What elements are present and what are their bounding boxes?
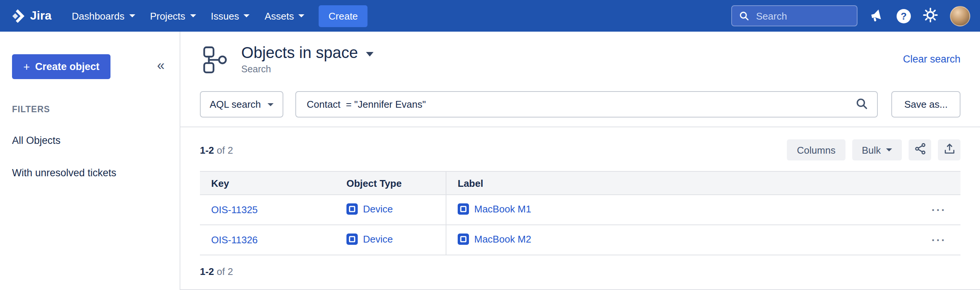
save-as-button[interactable]: Save as... <box>891 91 961 117</box>
object-label-text: MacBook M2 <box>474 233 531 244</box>
row-actions-icon[interactable]: ··· <box>929 203 949 217</box>
object-type-link[interactable]: Device <box>347 203 393 214</box>
object-type-link[interactable]: Device <box>347 233 393 244</box>
nav-item-label: Issues <box>211 10 239 21</box>
gear-icon <box>922 6 939 25</box>
column-header-key[interactable]: Key <box>200 171 335 195</box>
nav-item-label: Assets <box>264 10 294 21</box>
footer-result-count: 1-2 of 2 <box>200 266 961 277</box>
share-button[interactable] <box>908 139 931 160</box>
search-row: AQL search Save as... <box>180 91 980 117</box>
search-icon <box>739 11 749 21</box>
clear-search-link[interactable]: Clear search <box>903 53 961 65</box>
row-actions-icon[interactable]: ··· <box>929 233 949 247</box>
search-mode-dropdown[interactable]: AQL search <box>200 91 283 117</box>
nav-item-projects[interactable]: Projects <box>143 6 202 26</box>
share-icon <box>913 143 926 157</box>
create-object-label: Create object <box>35 61 100 72</box>
object-label-text: MacBook M1 <box>474 203 531 214</box>
bulk-button[interactable]: Bulk <box>852 139 902 160</box>
primary-nav: Dashboards Projects Issues Assets <box>65 6 311 26</box>
global-search[interactable] <box>731 5 858 26</box>
user-avatar[interactable] <box>950 6 970 26</box>
global-search-input[interactable] <box>754 10 850 22</box>
search-icon <box>855 97 868 112</box>
announcements-button[interactable] <box>869 6 885 25</box>
results-table: Key Object Type Label OIS-11325 <box>200 171 961 255</box>
chevron-down-icon <box>129 14 135 17</box>
object-label-link[interactable]: MacBook M2 <box>458 233 531 244</box>
column-header-label[interactable]: Label <box>446 171 896 195</box>
filter-all-objects[interactable]: All Objects <box>12 135 165 146</box>
nav-item-dashboards[interactable]: Dashboards <box>65 6 142 26</box>
filters-heading: FILTERS <box>12 105 165 114</box>
page-header: Objects in space Search Clear search <box>180 32 980 75</box>
megaphone-icon <box>869 6 885 25</box>
toolbar-actions: Columns Bulk <box>787 139 961 160</box>
schema-switcher-chevron-icon[interactable] <box>366 52 374 56</box>
page-subtitle: Search <box>241 64 374 75</box>
aql-query-input[interactable] <box>305 98 852 111</box>
jira-assets-app: Jira Dashboards Projects Issues <box>0 0 980 290</box>
export-button[interactable] <box>938 139 961 160</box>
bulk-label: Bulk <box>862 144 881 155</box>
object-icon <box>458 203 469 214</box>
export-icon <box>943 143 956 157</box>
sidebar: + Create object « FILTERS All Objects Wi… <box>0 32 180 290</box>
nav-item-assets[interactable]: Assets <box>258 6 311 26</box>
table-header-row: Key Object Type Label <box>200 171 961 195</box>
run-search-button[interactable] <box>852 95 871 113</box>
results-toolbar: 1-2 of 2 Columns Bulk <box>200 139 961 160</box>
object-key-link[interactable]: OIS-11326 <box>211 234 258 245</box>
main-content: Objects in space Search Clear search AQL… <box>180 32 980 290</box>
sidebar-top: + Create object « <box>12 54 165 79</box>
columns-button[interactable]: Columns <box>787 139 845 160</box>
aql-query-box <box>295 91 878 117</box>
filter-with-unresolved-tickets[interactable]: With unresolved tickets <box>12 167 165 178</box>
object-type-label: Device <box>363 233 393 244</box>
table-row: OIS-11326 Device <box>200 225 961 255</box>
results-section: 1-2 of 2 Columns Bulk <box>180 127 980 290</box>
object-icon <box>458 233 469 244</box>
object-type-label: Device <box>363 203 393 214</box>
create-button[interactable]: Create <box>319 5 368 27</box>
page-title: Objects in space <box>241 44 358 62</box>
nav-item-label: Projects <box>150 10 185 21</box>
chevron-down-icon <box>243 14 250 17</box>
object-label-link[interactable]: MacBook M1 <box>458 203 531 214</box>
top-navbar: Jira Dashboards Projects Issues <box>0 0 980 32</box>
help-icon: ? <box>897 9 911 23</box>
chevron-down-icon <box>886 148 892 151</box>
page-header-left: Objects in space Search <box>200 44 374 75</box>
column-header-actions <box>896 171 961 195</box>
navbar-right: ? <box>731 5 970 26</box>
object-type-icon <box>347 203 358 214</box>
create-object-button[interactable]: + Create object <box>12 54 111 79</box>
chevron-down-icon <box>267 103 274 106</box>
navbar-left: Jira Dashboards Projects Issues <box>10 5 368 27</box>
chevron-down-icon <box>190 14 196 17</box>
search-mode-label: AQL search <box>210 99 261 110</box>
object-schema-icon <box>200 44 230 74</box>
title-block: Objects in space Search <box>241 44 374 75</box>
jira-logo-text: Jira <box>30 9 51 22</box>
plus-icon: + <box>23 61 30 72</box>
jira-logo-icon <box>10 8 25 24</box>
help-button[interactable]: ? <box>897 9 911 23</box>
chevron-down-icon <box>298 14 304 17</box>
table-row: OIS-11325 Device <box>200 195 961 225</box>
column-header-object-type[interactable]: Object Type <box>335 171 446 195</box>
jira-logo[interactable]: Jira <box>10 8 51 24</box>
object-type-icon <box>347 233 358 244</box>
result-count: 1-2 of 2 <box>200 144 233 155</box>
nav-item-issues[interactable]: Issues <box>204 6 256 26</box>
settings-button[interactable] <box>922 6 939 25</box>
nav-item-label: Dashboards <box>72 10 124 21</box>
object-key-link[interactable]: OIS-11325 <box>211 204 258 215</box>
collapse-sidebar-icon[interactable]: « <box>157 54 165 72</box>
